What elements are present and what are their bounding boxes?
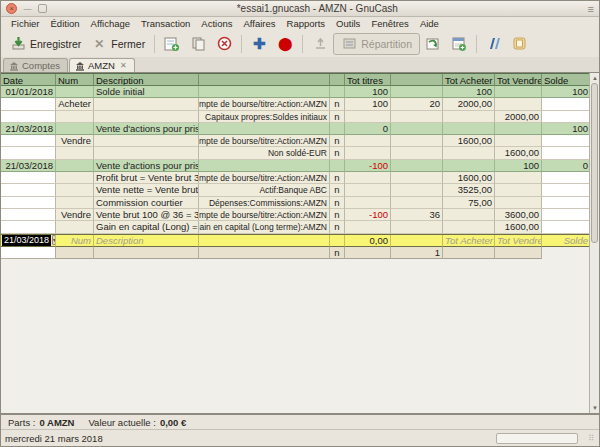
split-button[interactable]: Répartition [333, 33, 420, 55]
register-cell[interactable]: n [330, 209, 345, 221]
register-cell[interactable]: 1600,00 [443, 135, 495, 147]
register-cell[interactable]: 20 [391, 98, 443, 110]
register-cell[interactable] [1, 172, 56, 184]
register-cell[interactable] [391, 172, 443, 184]
register-cell[interactable] [199, 160, 330, 172]
enter-button[interactable]: ✚ [246, 34, 272, 54]
resize-grip[interactable]: ⠿ [588, 434, 595, 443]
menu-affichage[interactable]: Affichage [86, 18, 135, 29]
register-cell[interactable]: n [330, 135, 345, 147]
register-cell[interactable] [542, 172, 591, 184]
register-cell[interactable] [1, 111, 56, 123]
register-cell[interactable] [94, 147, 199, 159]
register-cell[interactable] [1, 98, 56, 110]
register-cell[interactable] [56, 172, 94, 184]
register-cell[interactable] [330, 235, 345, 247]
register-cell[interactable]: Vente d'actions pour prise d [94, 123, 199, 135]
register-cell[interactable] [56, 247, 94, 259]
scrollbar-thumb[interactable] [591, 83, 598, 243]
register-cell[interactable] [1, 221, 56, 233]
register-cell[interactable] [495, 86, 542, 98]
register-cell[interactable] [443, 111, 495, 123]
register-cell[interactable]: Commission courtier [94, 197, 199, 209]
menu-outils[interactable]: Outils [331, 18, 365, 29]
register-cell[interactable] [330, 86, 345, 98]
register-cell[interactable] [542, 135, 591, 147]
tab-comptes[interactable]: Comptes [3, 58, 68, 72]
scroll-down-icon[interactable]: ▼ [591, 403, 599, 413]
register-cell[interactable] [391, 235, 443, 247]
register-cell[interactable] [443, 160, 495, 172]
register-cell[interactable]: 3525,00 [443, 184, 495, 196]
register-cell[interactable] [542, 184, 591, 196]
register-cell[interactable] [391, 147, 443, 159]
register-cell[interactable] [542, 197, 591, 209]
register-cell[interactable] [391, 135, 443, 147]
close-button[interactable]: ✕ Fermer [86, 34, 150, 54]
register-cell[interactable] [542, 147, 591, 159]
register-cell[interactable]: 21/03/2018 [1, 123, 56, 135]
register-cell[interactable]: 1600,00 [495, 147, 542, 159]
register-cell[interactable] [345, 147, 391, 159]
register-cell[interactable] [94, 111, 199, 123]
menu-transaction[interactable]: Transaction [136, 18, 195, 29]
register-cell[interactable]: mpte de bourse/titre:Action:AMZN [199, 209, 330, 221]
register-cell[interactable] [391, 197, 443, 209]
register-cell[interactable]: mpte de bourse/titre:Action:AMZN [199, 172, 330, 184]
register-cell[interactable] [1, 147, 56, 159]
register-cell[interactable] [391, 221, 443, 233]
register-cell[interactable]: -100 [345, 209, 391, 221]
register-cell[interactable] [330, 123, 345, 135]
register-cell[interactable] [56, 160, 94, 172]
register-cell[interactable]: Vente d'actions pour prise d [94, 160, 199, 172]
register-cell[interactable]: 2000,00 [443, 98, 495, 110]
register-cell[interactable] [495, 123, 542, 135]
register-cell[interactable] [330, 160, 345, 172]
register-cell[interactable] [1, 247, 56, 259]
register-cell[interactable]: Vendre [56, 135, 94, 147]
register-cell[interactable] [94, 98, 199, 110]
register-cell[interactable] [94, 135, 199, 147]
register-cell[interactable]: 75,00 [443, 197, 495, 209]
register-cell[interactable]: Num [56, 235, 94, 247]
register-cell[interactable]: Vente nette = Vente brut 36 [94, 184, 199, 196]
menu-aide[interactable]: Aide [415, 18, 444, 29]
cancel-record-button[interactable]: ⬤ [272, 34, 298, 54]
register-cell[interactable]: 100 [542, 86, 591, 98]
register-cell[interactable]: 2000,00 [495, 111, 542, 123]
register-cell[interactable]: Capitaux propres:Soldes initiaux [199, 111, 330, 123]
menu-affaires[interactable]: Affaires [238, 18, 280, 29]
transfer-button[interactable] [420, 34, 446, 54]
register-cell[interactable]: n [330, 184, 345, 196]
register-cell[interactable] [391, 86, 443, 98]
register-cell[interactable] [1, 135, 56, 147]
register-cell[interactable] [542, 98, 591, 110]
register-cell[interactable]: 0 [542, 160, 591, 172]
register-cell[interactable] [56, 147, 94, 159]
register-cell[interactable]: 100 [542, 123, 591, 135]
register-cell[interactable]: Solde initial [94, 86, 199, 98]
register-cell[interactable] [542, 209, 591, 221]
register-cell[interactable]: 0,00 [345, 235, 391, 247]
register-cell[interactable]: 1600,00 [443, 172, 495, 184]
register-cell[interactable]: 100 [495, 160, 542, 172]
register-cell[interactable]: 21/03/2018▾ [1, 235, 56, 247]
register-cell[interactable]: 1600,00 [495, 221, 542, 233]
register-cell[interactable] [1, 209, 56, 221]
register-cell[interactable]: Vendre [56, 209, 94, 221]
register-cell[interactable] [345, 135, 391, 147]
register-cell[interactable] [391, 111, 443, 123]
menu-fenetres[interactable]: Fenêtres [366, 18, 414, 29]
register-cell[interactable] [495, 184, 542, 196]
register-cell[interactable]: 36 [391, 209, 443, 221]
menu-rapports[interactable]: Rapports [282, 18, 331, 29]
jump-button[interactable] [307, 34, 333, 54]
register-cell[interactable]: n [330, 197, 345, 209]
register-cell[interactable] [443, 247, 495, 259]
register-cell[interactable]: Gain en capital (Long) = Pro [94, 221, 199, 233]
register-cell[interactable] [56, 184, 94, 196]
register-cell[interactable] [199, 86, 330, 98]
register-cell[interactable]: n [330, 98, 345, 110]
window-minimize-button[interactable]: — [22, 3, 33, 14]
vertical-scrollbar[interactable]: ▲ ▼ [589, 73, 599, 413]
